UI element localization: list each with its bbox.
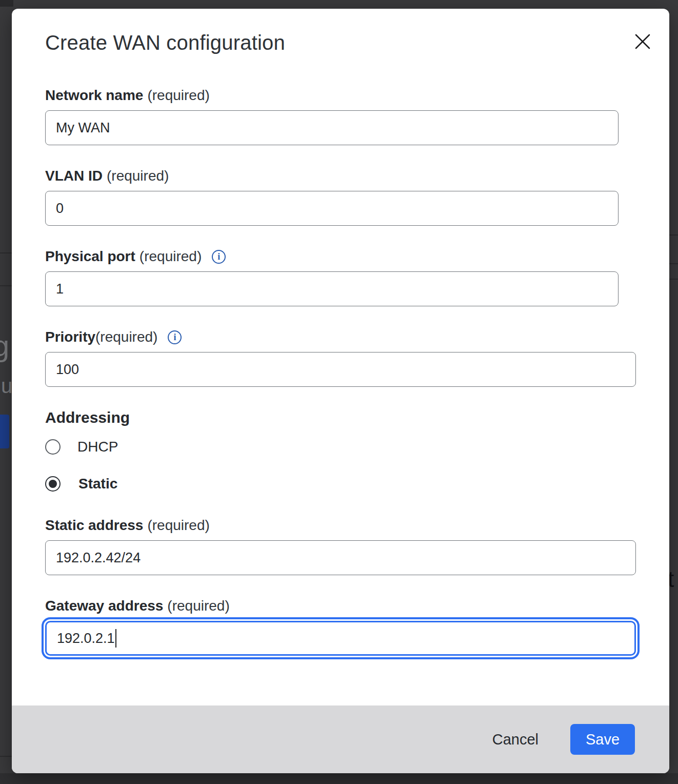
addressing-section: Addressing DHCP Static <box>45 409 636 492</box>
priority-input[interactable] <box>45 352 636 387</box>
close-icon <box>633 32 652 51</box>
background-bottom-strip <box>0 773 678 784</box>
dialog-title: Create WAN configuration <box>45 30 636 55</box>
dialog-body: Create WAN configuration Network name (r… <box>12 9 669 705</box>
physical-port-input[interactable] <box>45 271 619 306</box>
background-table-line <box>669 234 678 236</box>
gateway-address-label-row: Gateway address (required) <box>45 597 636 615</box>
field-gateway-address: Gateway address (required) 192.0.2.1 <box>45 597 636 656</box>
radio-checked-icon[interactable] <box>45 476 61 492</box>
field-vlan-id: VLAN ID (required) <box>45 167 636 226</box>
static-address-label: Static address <box>45 517 143 534</box>
radio-dot <box>49 480 57 488</box>
dialog-footer: Cancel Save <box>12 705 669 773</box>
background-text-fragment: u <box>1 375 12 398</box>
priority-label: Priority <box>45 328 95 346</box>
vlan-id-label: VLAN ID <box>45 167 103 185</box>
radio-option-static[interactable]: Static <box>45 476 636 492</box>
required-hint: (required) <box>147 517 209 534</box>
network-name-input[interactable] <box>45 110 619 145</box>
background-table-line <box>669 279 678 280</box>
priority-label-row: Priority (required) i <box>45 328 636 346</box>
static-address-label-row: Static address (required) <box>45 517 636 534</box>
info-icon[interactable]: i <box>168 330 182 344</box>
required-hint: (required) <box>95 328 157 346</box>
background-text-fragment: g <box>0 328 9 363</box>
text-caret <box>115 629 116 648</box>
cancel-button[interactable]: Cancel <box>486 727 545 752</box>
close-button[interactable] <box>632 31 653 52</box>
physical-port-label-row: Physical port (required) i <box>45 248 636 265</box>
save-button[interactable]: Save <box>570 724 635 755</box>
background-table-line <box>0 756 12 757</box>
background-table-line <box>0 285 12 286</box>
dhcp-radio-label: DHCP <box>77 439 118 455</box>
field-priority: Priority (required) i <box>45 328 636 387</box>
gateway-address-input[interactable]: 192.0.2.1 <box>45 621 636 656</box>
vlan-id-input[interactable] <box>45 191 619 226</box>
field-static-address: Static address (required) <box>45 517 636 575</box>
info-icon[interactable]: i <box>212 250 226 264</box>
field-physical-port: Physical port (required) i <box>45 248 636 306</box>
static-address-input[interactable] <box>45 540 636 575</box>
required-hint: (required) <box>107 167 169 185</box>
background-table-line <box>0 252 12 253</box>
gateway-address-value: 192.0.2.1 <box>57 631 115 646</box>
required-hint: (required) <box>167 597 229 615</box>
background-button-fragment <box>0 415 9 448</box>
radio-unchecked-icon[interactable] <box>45 439 61 455</box>
create-wan-dialog: Create WAN configuration Network name (r… <box>12 9 669 773</box>
network-name-label-row: Network name (required) <box>45 87 636 104</box>
radio-option-dhcp[interactable]: DHCP <box>45 439 636 455</box>
field-network-name: Network name (required) <box>45 87 636 145</box>
addressing-heading: Addressing <box>45 409 636 426</box>
required-hint: (required) <box>147 87 209 104</box>
background-table-line <box>669 263 678 264</box>
vlan-id-label-row: VLAN ID (required) <box>45 167 636 185</box>
required-hint: (required) <box>139 248 202 265</box>
physical-port-label: Physical port <box>45 248 135 265</box>
background-corner-block <box>0 0 13 7</box>
network-name-label: Network name <box>45 87 143 104</box>
static-radio-label: Static <box>78 476 117 492</box>
gateway-address-label: Gateway address <box>45 597 163 615</box>
